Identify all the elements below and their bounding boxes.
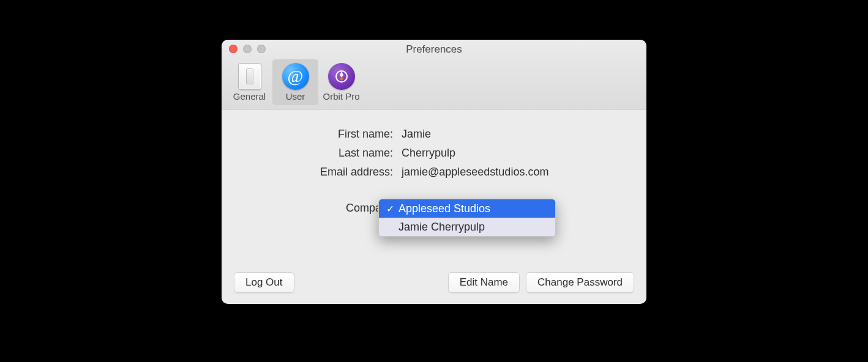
email-value: jamie@appleseedstudios.com: [402, 166, 634, 179]
company-dropdown[interactable]: ✓ Appleseed Studios ✓ Jamie Cherrypulp: [378, 199, 556, 237]
tab-general[interactable]: General: [226, 59, 272, 105]
titlebar: Preferences: [222, 40, 646, 59]
user-pane: First name: Jamie Last name: Cherrypulp …: [222, 109, 646, 227]
last-name-label: Last name:: [234, 147, 393, 160]
minimize-window-button[interactable]: [243, 45, 252, 53]
company-option-label: Appleseed Studios: [398, 202, 550, 215]
window-controls: [229, 45, 266, 53]
tab-user[interactable]: @ User: [272, 59, 318, 105]
tab-orbit-pro[interactable]: Orbit Pro: [318, 59, 364, 105]
tab-user-label: User: [286, 91, 305, 102]
company-label: Company: [234, 202, 393, 215]
zoom-window-button[interactable]: [257, 45, 266, 53]
tab-orbit-label: Orbit Pro: [323, 91, 359, 102]
first-name-value: Jamie: [402, 128, 634, 141]
last-name-value: Cherrypulp: [402, 147, 634, 160]
preferences-window: Preferences General @ User: [222, 40, 646, 304]
first-name-label: First name:: [234, 128, 393, 141]
check-icon: ✓: [381, 203, 398, 215]
at-sign-icon: @: [282, 63, 309, 90]
company-option-appleseed[interactable]: ✓ Appleseed Studios: [379, 199, 555, 218]
window-title: Preferences: [406, 43, 462, 56]
email-label: Email address:: [234, 166, 393, 179]
svg-point-1: [340, 78, 342, 80]
logout-button[interactable]: Log Out: [234, 272, 294, 293]
company-option-label: Jamie Cherrypulp: [398, 221, 550, 234]
preferences-toolbar: General @ User Orbit Pro: [222, 59, 646, 109]
button-row: Log Out Edit Name Change Password: [234, 272, 634, 293]
tab-general-label: General: [233, 91, 266, 102]
edit-name-button[interactable]: Edit Name: [448, 272, 520, 293]
close-window-button[interactable]: [229, 45, 238, 53]
general-icon: [236, 63, 263, 90]
change-password-button[interactable]: Change Password: [526, 272, 634, 293]
rocket-icon: [328, 63, 355, 90]
company-option-jamie[interactable]: ✓ Jamie Cherrypulp: [379, 218, 555, 236]
